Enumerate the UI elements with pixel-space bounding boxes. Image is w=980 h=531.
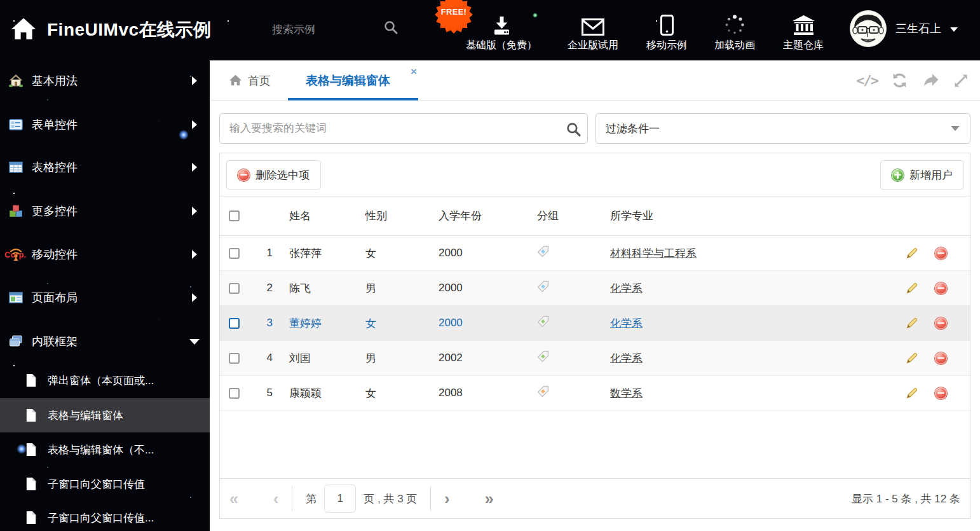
sidebar-item-inline-frame[interactable]: 内联框架 <box>0 328 210 355</box>
last-page-button[interactable]: » <box>485 491 494 507</box>
delete-icon[interactable] <box>935 247 947 259</box>
delete-icon[interactable] <box>935 317 947 329</box>
header-search-icon[interactable] <box>383 20 398 38</box>
table-row[interactable]: 5 康颖颖 女 2008 数学系 <box>220 376 970 411</box>
filter-dropdown[interactable]: 过滤条件一 <box>595 113 970 144</box>
main-content: 首页 表格与编辑窗体 × </> 过滤条件一 <box>210 60 980 531</box>
select-all-checkbox[interactable] <box>229 210 240 221</box>
sidebar-item-mobile-controls[interactable]: 移动控件 Corp. <box>0 240 210 268</box>
app-title: FineUIMvc在线示例 <box>47 18 212 42</box>
row-checkbox[interactable] <box>229 283 240 294</box>
page-prefix: 第 <box>306 492 316 506</box>
row-checkbox[interactable] <box>229 388 240 399</box>
tag-icon <box>537 280 549 293</box>
home-icon <box>8 73 24 88</box>
cell-gender: 女 <box>357 246 430 261</box>
close-icon[interactable]: × <box>411 66 417 78</box>
header-nav-theme-repo[interactable]: 主题仓库 <box>783 9 824 52</box>
page-icon <box>25 511 37 525</box>
sidebar-item-basic-usage[interactable]: 基本用法 <box>0 67 210 95</box>
tab-home[interactable]: 首页 <box>229 60 271 100</box>
app-home-icon[interactable] <box>10 17 37 45</box>
plus-icon <box>892 169 904 181</box>
header-nav-mobile-demo[interactable]: 移动示例 <box>646 9 687 52</box>
cubes-icon <box>8 203 24 219</box>
expand-icon[interactable] <box>953 72 969 89</box>
edit-icon[interactable] <box>906 352 918 364</box>
chevron-right-icon <box>192 120 197 129</box>
chevron-down-icon <box>950 27 958 32</box>
chevron-down-icon <box>189 339 200 345</box>
table-row[interactable]: 4 刘国 男 2002 化学系 <box>220 341 970 376</box>
chevron-right-icon <box>192 293 197 302</box>
sidebar-subitem-child-to-parent[interactable]: 子窗口向父窗口传值 <box>0 467 210 501</box>
edit-icon[interactable] <box>906 282 918 294</box>
delete-icon[interactable] <box>935 352 947 364</box>
layout-icon <box>8 290 24 305</box>
sidebar-item-page-layout[interactable]: 页面布局 <box>0 284 210 312</box>
frames-icon <box>8 334 24 349</box>
table-icon <box>8 160 24 175</box>
table-row[interactable]: 1 张萍萍 女 2000 材料科学与工程系 <box>220 236 970 271</box>
home-icon-grey <box>229 74 242 86</box>
edit-icon[interactable] <box>906 247 918 259</box>
record-count-summary: 显示 1 - 5 条 , 共 12 条 <box>852 492 960 506</box>
row-checkbox[interactable] <box>229 353 240 364</box>
sidebar-subitem-grid-edit-window[interactable]: 表格与编辑窗体 <box>0 398 210 432</box>
next-page-button[interactable]: › <box>444 491 449 507</box>
cell-name: 刘国 <box>280 351 357 366</box>
sidebar-subitem-popup-window[interactable]: 弹出窗体（本页面或... <box>0 363 210 397</box>
mobile-icon <box>660 9 674 36</box>
column-name: 姓名 <box>280 209 357 223</box>
column-major: 所学专业 <box>601 209 887 223</box>
pagination-bar: « ‹ 第 页 , 共 3 页 › » 显示 1 - 5 条 , 共 12 条 <box>220 478 970 518</box>
major-link[interactable]: 材料科学与工程系 <box>610 247 697 259</box>
cell-name: 陈飞 <box>280 281 357 296</box>
header-nav-enterprise-trial[interactable]: 企业版试用 <box>568 9 618 52</box>
row-checkbox[interactable] <box>229 318 240 329</box>
header-nav-basic-edition[interactable]: 基础版（免费） <box>466 9 537 52</box>
sidebar-item-more-controls[interactable]: 更多控件 <box>0 197 210 225</box>
user-menu[interactable]: 三生石上 <box>850 10 958 47</box>
major-link[interactable]: 化学系 <box>610 317 643 329</box>
tab-grid-edit-window[interactable]: 表格与编辑窗体 × <box>288 60 418 100</box>
cell-name: 康颖颖 <box>280 386 357 401</box>
view-source-icon[interactable]: </> <box>856 72 878 88</box>
sidebar: 基本用法 表单控件 表格控件 更多控件 移动控件 Corp. 页面布局 <box>0 60 210 531</box>
avatar <box>850 10 887 47</box>
sidebar-item-form-controls[interactable]: 表单控件 <box>0 111 210 139</box>
page-number-input[interactable] <box>324 485 356 513</box>
chevron-down-icon <box>951 126 960 131</box>
delete-selected-button[interactable]: 删除选中项 <box>226 160 321 190</box>
chevron-right-icon <box>192 163 197 172</box>
major-link[interactable]: 化学系 <box>610 352 643 364</box>
major-link[interactable]: 化学系 <box>610 282 643 294</box>
page-suffix: 页 , 共 3 页 <box>364 492 417 506</box>
row-checkbox[interactable] <box>229 248 240 259</box>
column-gender: 性别 <box>357 209 430 223</box>
add-user-button[interactable]: 新增用户 <box>880 160 964 190</box>
refresh-icon[interactable] <box>891 72 908 89</box>
table-row-selected[interactable]: 3 董婷婷 女 2000 化学系 <box>220 306 970 341</box>
cell-gender: 男 <box>357 351 430 366</box>
search-icon[interactable] <box>566 121 582 140</box>
cell-gender: 女 <box>357 316 430 331</box>
sidebar-subitem-child-to-parent-2[interactable]: 子窗口向父窗口传值... <box>0 500 210 531</box>
table-row[interactable]: 2 陈飞 男 2000 化学系 <box>220 271 970 306</box>
download-icon <box>491 9 512 36</box>
edit-icon[interactable] <box>906 317 918 329</box>
edit-icon[interactable] <box>906 387 918 399</box>
grid-toolbar: 删除选中项 新增用户 <box>220 153 970 197</box>
delete-icon[interactable] <box>935 282 947 294</box>
major-link[interactable]: 数学系 <box>610 387 643 399</box>
sidebar-subitem-grid-edit-window-2[interactable]: 表格与编辑窗体（不... <box>0 432 210 467</box>
keyword-search-input[interactable] <box>219 113 588 144</box>
header-search-input[interactable] <box>272 19 377 41</box>
header-nav-loading-animation[interactable]: 加载动画 <box>714 9 755 52</box>
prev-page-button[interactable]: ‹ <box>273 491 278 507</box>
sidebar-item-grid-controls[interactable]: 表格控件 <box>0 153 210 181</box>
first-page-button[interactable]: « <box>229 491 238 507</box>
cell-gender: 女 <box>357 386 430 401</box>
share-icon[interactable] <box>922 72 939 89</box>
delete-icon[interactable] <box>935 387 947 399</box>
